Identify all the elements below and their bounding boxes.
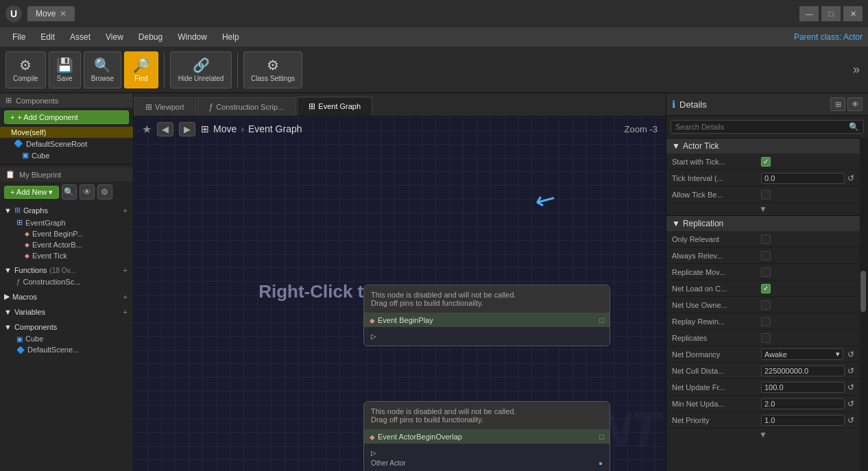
menu-window[interactable]: Window bbox=[171, 31, 214, 43]
tab-construction[interactable]: ƒ Construction Scrip... bbox=[197, 97, 296, 116]
prop-net-update-freq-input[interactable] bbox=[761, 382, 845, 393]
close-button[interactable]: ✕ bbox=[843, 6, 863, 21]
right-scrollbar[interactable] bbox=[860, 138, 868, 471]
menu-file[interactable]: File bbox=[5, 31, 32, 43]
menu-help[interactable]: Help bbox=[215, 31, 246, 43]
tree-item-cube-component[interactable]: ▣ Cube bbox=[0, 149, 133, 161]
title-tab[interactable]: Move ✕ bbox=[27, 6, 75, 21]
node1-msg-line2: Drag off pins to build functionality. bbox=[371, 299, 603, 307]
construction-script-item[interactable]: ƒ ConstructionSc... bbox=[0, 276, 133, 287]
prop-replicate-mov-checkbox[interactable] bbox=[761, 267, 771, 277]
tick-interval-reset-icon[interactable]: ↺ bbox=[847, 173, 854, 183]
macros-arrow: ▶ bbox=[4, 292, 10, 301]
prop-always-relevant-checkbox[interactable] bbox=[761, 251, 771, 261]
prop-start-tick-checkbox[interactable] bbox=[761, 157, 771, 167]
macros-section-header[interactable]: ▶ Macros + bbox=[0, 290, 133, 303]
update-freq-reset-icon[interactable]: ↺ bbox=[847, 383, 854, 392]
prop-net-load-checkbox[interactable] bbox=[761, 284, 771, 293]
prop-replicates-checkbox[interactable] bbox=[761, 333, 771, 343]
prop-replay-rewind-checkbox[interactable] bbox=[761, 317, 771, 326]
actor-tick-header[interactable]: ▼ Actor Tick bbox=[666, 138, 860, 154]
components-sub-header[interactable]: ▼ Components bbox=[0, 321, 133, 333]
tab-close-icon[interactable]: ✕ bbox=[60, 9, 67, 19]
prop-net-cull-input[interactable] bbox=[761, 365, 845, 376]
prop-allow-tick-checkbox[interactable] bbox=[761, 190, 771, 200]
right-scroll-thumb[interactable] bbox=[860, 271, 866, 312]
nav-forward-button[interactable]: ▶ bbox=[179, 122, 195, 136]
macros-label: Macros bbox=[12, 293, 37, 301]
prop-net-priority-input[interactable] bbox=[761, 415, 845, 426]
graphs-section-header[interactable]: ▼ ⊞ Graphs + bbox=[0, 204, 133, 217]
nav-back-button[interactable]: ◀ bbox=[157, 122, 173, 136]
variables-add-button[interactable]: + bbox=[123, 308, 128, 316]
event-actor-begin-item[interactable]: ◆ Event ActorB... bbox=[0, 239, 133, 250]
graphs-add-button[interactable]: + bbox=[123, 206, 128, 215]
min-update-reset-icon[interactable]: ↺ bbox=[847, 399, 854, 409]
menu-asset[interactable]: Asset bbox=[63, 31, 97, 43]
node2-collapse-button[interactable]: □ bbox=[599, 433, 604, 441]
prop-only-relevant-checkbox[interactable] bbox=[761, 234, 771, 244]
toolbar-expand-button[interactable]: » bbox=[850, 60, 863, 80]
prop-min-net-update-input[interactable] bbox=[761, 398, 845, 409]
cull-reset-icon[interactable]: ↺ bbox=[847, 366, 854, 376]
add-new-button[interactable]: + Add New ▾ bbox=[4, 186, 59, 199]
blueprint-eye-button[interactable]: 👁 bbox=[80, 184, 95, 200]
tree-item-default-scene-root[interactable]: 🔷 DefaultSceneRoot bbox=[0, 138, 133, 149]
node1-header-label: Event BeginPlay bbox=[378, 316, 433, 324]
event-graph-item[interactable]: ⊞ EventGraph bbox=[0, 217, 133, 228]
tab-event-graph[interactable]: ⊞ Event Graph bbox=[297, 97, 372, 116]
graphs-icon: ⊞ bbox=[14, 206, 21, 215]
priority-reset-icon[interactable]: ↺ bbox=[847, 415, 854, 425]
variables-section-header[interactable]: ▼ Variables + bbox=[0, 306, 133, 318]
menu-edit[interactable]: Edit bbox=[34, 31, 62, 43]
section-collapse-arrow[interactable]: ▼ bbox=[666, 203, 860, 215]
class-settings-button[interactable]: ⚙ Class Settings bbox=[243, 51, 302, 88]
hide-unrelated-button[interactable]: 🔗 Hide Unrelated bbox=[170, 51, 232, 88]
menu-debug[interactable]: Debug bbox=[132, 31, 169, 43]
breadcrumb-separator: › bbox=[241, 123, 244, 134]
dormancy-reset-icon[interactable]: ↺ bbox=[847, 350, 854, 359]
find-button[interactable]: 🔎 Find bbox=[124, 51, 158, 88]
details-grid-button[interactable]: ⊞ bbox=[830, 97, 845, 111]
actor-tick-label: Actor Tick bbox=[683, 141, 719, 151]
prop-only-relevant-label: Only Relevant bbox=[672, 235, 761, 243]
save-button[interactable]: 💾 Save bbox=[49, 51, 81, 88]
prop-replicate-mov-label: Replicate Mov... bbox=[672, 268, 761, 276]
favorite-button[interactable]: ★ bbox=[142, 123, 152, 136]
functions-section: ▼ Functions (18 Ov... + ƒ ConstructionSc… bbox=[0, 263, 133, 289]
cube-component-label: Cube bbox=[32, 152, 49, 160]
replication-bottom-arrow[interactable]: ▼ bbox=[666, 428, 860, 441]
minimize-button[interactable]: — bbox=[799, 6, 819, 21]
tab-viewport[interactable]: ⊞ Move Viewport bbox=[134, 97, 196, 116]
cube-var-item[interactable]: ▣ Cube bbox=[0, 333, 133, 344]
prop-replay-rewind: Replay Rewin... bbox=[666, 313, 860, 330]
details-eye-button[interactable]: 👁 bbox=[847, 97, 863, 111]
search-input[interactable] bbox=[675, 123, 849, 131]
add-component-button[interactable]: + + Add Component bbox=[4, 110, 129, 124]
blueprint-canvas[interactable]: ★ ◀ ▶ ⊞ Move › Event Graph Zoom -3 Right… bbox=[134, 117, 666, 471]
macros-add-button[interactable]: + bbox=[123, 293, 128, 301]
event-begin-play-item[interactable]: ◆ Event BeginP... bbox=[0, 228, 133, 239]
components-section-header[interactable]: ⊞ Components bbox=[0, 93, 133, 108]
blueprint-settings-button[interactable]: ⚙ bbox=[97, 184, 112, 200]
maximize-button[interactable]: □ bbox=[821, 6, 841, 21]
browse-button[interactable]: 🔍 Browse bbox=[84, 51, 121, 88]
default-scene-var-label: DefaultScene... bbox=[27, 346, 79, 354]
node2-body: ▷ Other Actor ● bbox=[364, 444, 610, 471]
blueprint-search-button[interactable]: 🔍 bbox=[62, 184, 77, 200]
node1-collapse-button[interactable]: □ bbox=[599, 316, 604, 324]
functions-section-header[interactable]: ▼ Functions (18 Ov... + bbox=[0, 264, 133, 276]
event-begin-play-icon: ◆ bbox=[25, 230, 29, 237]
default-scene-var-item[interactable]: 🔷 DefaultScene... bbox=[0, 344, 133, 355]
menu-view[interactable]: View bbox=[99, 31, 130, 43]
prop-net-use-owner-checkbox[interactable] bbox=[761, 300, 771, 310]
compile-button[interactable]: ⚙ Compile bbox=[5, 51, 46, 88]
tree-item-move-self[interactable]: Move(self) bbox=[0, 127, 133, 138]
replication-header[interactable]: ▼ Replication bbox=[666, 215, 860, 231]
functions-add-button[interactable]: + bbox=[123, 266, 128, 274]
event-tick-item[interactable]: ◆ Event Tick bbox=[0, 250, 133, 261]
prop-net-dormancy-select[interactable]: Awake ▾ bbox=[761, 348, 843, 360]
prop-replicates-label: Replicates bbox=[672, 334, 761, 342]
prop-tick-interval-input[interactable] bbox=[761, 173, 845, 184]
viewport-tab-icon: ⊞ bbox=[145, 102, 152, 112]
